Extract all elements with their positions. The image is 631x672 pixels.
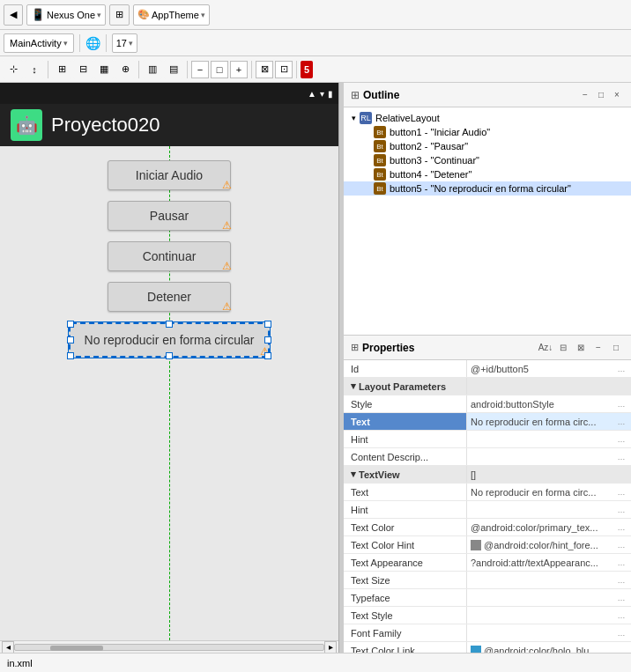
padding-tool-btn[interactable]: ▤ <box>164 60 183 79</box>
prop-val-hint2[interactable]: … <box>467 501 631 518</box>
button-iniciar-audio[interactable]: Iniciar Audio ⚠ <box>108 160 231 190</box>
section-collapse-icon[interactable]: ▾ <box>351 380 356 392</box>
device-label: Nexus One <box>47 10 95 20</box>
right-panel: ⊞ Outline − □ × ▾ RL RelativeLayout Bt b… <box>344 83 631 653</box>
outline-close-btn[interactable]: × <box>610 88 624 102</box>
button5-label: button5 - "No reproducir en forma circul… <box>390 183 571 194</box>
prop-key-text: Text <box>344 413 467 430</box>
prop-key-textsize: Text Size <box>344 572 467 588</box>
prop-val-id[interactable]: @+id/button5 … <box>467 360 631 377</box>
select-tool-btn[interactable]: ⊹ <box>4 60 23 79</box>
scroll-thumb[interactable] <box>50 646 103 651</box>
handle-ml[interactable] <box>67 336 74 343</box>
anchor-tool-btn[interactable]: ⊕ <box>115 60 135 79</box>
tree-item-button3[interactable]: Bt button3 - "Continuar" <box>344 153 631 167</box>
prop-val-textapp[interactable]: ?android:attr/textAppearanc... … <box>467 554 631 571</box>
prop-val-text[interactable]: No reproducir en forma circ... … <box>467 413 631 430</box>
prop-val-textcolorlink[interactable]: @android:color/holo_blu... … <box>467 642 631 653</box>
prop-expand-id[interactable]: … <box>615 363 627 375</box>
sep-t5 <box>296 61 297 78</box>
handle-tr[interactable] <box>264 321 271 328</box>
prop-expand-textstyle[interactable]: … <box>615 609 627 622</box>
zoom-100-btn[interactable]: ⊠ <box>256 61 273 78</box>
prop-maximize-btn[interactable]: □ <box>608 340 624 356</box>
layout-btn[interactable]: ⊞ <box>109 4 130 26</box>
zoom-fit-btn[interactable]: □ <box>211 61 228 78</box>
tree-item-button4[interactable]: Bt button4 - "Detener" <box>344 167 631 181</box>
grid-tool-btn[interactable]: ⊞ <box>52 60 71 79</box>
prop-expand-hint[interactable]: … <box>615 433 627 446</box>
theme-dropdown[interactable]: 🎨 AppTheme ▾ <box>133 4 210 26</box>
prop-val-textcolor[interactable]: @android:color/primary_tex... … <box>467 519 631 535</box>
prop-filter-btn[interactable]: ⊠ <box>573 340 589 356</box>
prop-val-content-desc[interactable]: … <box>467 448 631 465</box>
prop-val-hint[interactable]: … <box>467 431 631 447</box>
prop-minimize-btn[interactable]: − <box>590 340 606 356</box>
app-logo: 🤖 <box>11 109 42 141</box>
status-icons: ▲ ▾ ▮ <box>308 89 333 99</box>
prop-sort-btn[interactable]: ⊟ <box>555 340 571 356</box>
prop-expand-textcolor[interactable]: … <box>615 521 627 534</box>
handle-bc[interactable] <box>166 352 173 359</box>
device-dropdown[interactable]: 📱 Nexus One ▾ <box>26 4 106 26</box>
scroll-left-btn[interactable]: ◂ <box>2 641 14 654</box>
activity-dropdown[interactable]: MainActivity ▾ <box>4 33 74 53</box>
prop-expand-text[interactable]: … <box>615 416 627 428</box>
align-tool-btn[interactable]: ⊟ <box>73 60 93 79</box>
prop-key-style: Style <box>344 395 467 412</box>
api-dropdown[interactable]: 17 ▾ <box>112 33 137 53</box>
separator-2 <box>106 34 107 52</box>
sep-t1 <box>48 61 48 78</box>
zoom-in-btn[interactable]: + <box>230 61 248 78</box>
outline-minimize-btn[interactable]: − <box>578 88 592 102</box>
button-pausar[interactable]: Pausar ⚠ <box>108 201 231 231</box>
scroll-right-btn[interactable]: ▸ <box>324 641 337 654</box>
zoom-out-btn[interactable]: − <box>191 61 209 78</box>
tree-item-button5[interactable]: Bt button5 - "No reproducir en forma cir… <box>344 181 631 196</box>
handle-tc[interactable] <box>166 321 173 328</box>
zoom-200-btn[interactable]: ⊡ <box>275 61 293 78</box>
prop-expand-text2[interactable]: … <box>615 486 627 498</box>
toolbar-3: ⊹ ↕ ⊞ ⊟ ▦ ⊕ ▥ ▤ − □ + ⊠ ⊡ 5 <box>0 56 631 83</box>
prop-expand-textcolorlink[interactable]: … <box>615 645 627 654</box>
prop-val-textstyle[interactable]: … <box>467 607 631 624</box>
handle-tl[interactable] <box>67 321 74 328</box>
button-no-reproducir[interactable]: No reproducir en forma circular ⚠ <box>69 322 271 358</box>
prop-expand-textapp[interactable]: … <box>615 557 627 569</box>
tree-item-button2[interactable]: Bt button2 - "Pausar" <box>344 139 631 153</box>
error-badge[interactable]: 5 <box>301 61 313 78</box>
root-expand[interactable]: ▾ <box>347 112 360 124</box>
button-detener[interactable]: Detener ⚠ <box>108 282 231 312</box>
prop-expand-fontfamily[interactable]: … <box>615 627 627 639</box>
h-scrollbar: ◂ ▸ <box>0 640 338 653</box>
prop-expand-textsize[interactable]: … <box>615 574 627 587</box>
prop-val-typeface[interactable]: … <box>467 589 631 606</box>
tree-item-button1[interactable]: Bt button1 - "Iniciar Audio" <box>344 125 631 139</box>
prop-expand-typeface[interactable]: … <box>615 592 627 604</box>
prop-val-fontfamily[interactable]: … <box>467 624 631 641</box>
outline-maximize-btn[interactable]: □ <box>594 88 608 102</box>
margin-tool-btn[interactable]: ▥ <box>143 60 162 79</box>
prop-row-content-desc: Content Descrip... … <box>344 448 631 466</box>
outline-tree: ▾ RL RelativeLayout Bt button1 - "Inicia… <box>344 107 631 336</box>
prop-expand-hint2[interactable]: … <box>615 504 627 516</box>
prop-sort-alpha-btn[interactable]: Az↓ <box>538 340 553 356</box>
handle-bl[interactable] <box>67 352 74 359</box>
textview-collapse-icon[interactable]: ▾ <box>351 469 356 480</box>
prop-val-textsize[interactable]: … <box>467 572 631 588</box>
prop-val-style[interactable]: android:buttonStyle … <box>467 395 631 412</box>
pan-tool-btn[interactable]: ↕ <box>25 60 44 79</box>
handle-br[interactable] <box>264 352 271 359</box>
prop-val-text2[interactable]: No reproducir en forma circ... … <box>467 484 631 500</box>
tree-item-root[interactable]: ▾ RL RelativeLayout <box>344 111 631 125</box>
prop-val-textcolorhint[interactable]: @android:color/hint_fore... … <box>467 536 631 553</box>
outline-controls: − □ × <box>578 88 624 102</box>
button-continuar[interactable]: Continuar ⚠ <box>108 241 231 271</box>
prop-expand-style[interactable]: … <box>615 398 627 410</box>
layout-tool-btn[interactable]: ▦ <box>94 60 114 79</box>
bottom-tab: in.xml <box>0 653 631 672</box>
prop-expand-textcolorhint[interactable]: … <box>615 539 627 551</box>
prop-expand-content-desc[interactable]: … <box>615 451 627 463</box>
handle-mr[interactable] <box>264 336 271 343</box>
undo-button[interactable]: ◀ <box>4 4 23 26</box>
